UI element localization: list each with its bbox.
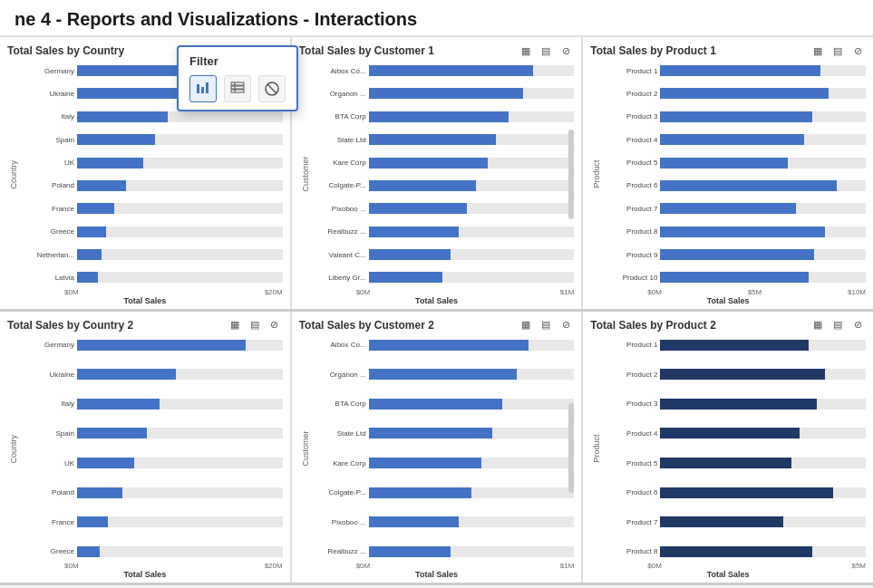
bar-container[interactable] (77, 487, 283, 498)
bar-container[interactable] (369, 428, 575, 439)
bar-container[interactable] (77, 134, 283, 145)
bar-container[interactable] (77, 111, 283, 122)
scrollbar-customer-2[interactable] (568, 403, 574, 493)
bar-container[interactable] (77, 458, 283, 468)
filter-icon-3[interactable]: ⊘ (849, 43, 866, 59)
bar-container[interactable] (660, 249, 866, 260)
bar-fill (369, 399, 502, 410)
bar-container[interactable] (660, 180, 866, 191)
bar-container[interactable] (369, 399, 575, 410)
bar-container[interactable] (77, 249, 283, 260)
bar-container[interactable] (660, 428, 866, 439)
filter-btn-bar[interactable] (189, 75, 217, 102)
bar-container[interactable] (77, 369, 283, 380)
bar-row: Kare Corp (312, 455, 575, 471)
table-icon-4[interactable]: ▤ (247, 317, 263, 333)
bar-container[interactable] (77, 180, 283, 191)
bar-container[interactable] (369, 458, 575, 468)
bar-container[interactable] (369, 134, 575, 145)
bar-label: Product 8 (603, 547, 657, 555)
bar-container[interactable] (369, 340, 575, 351)
bar-icon-2[interactable]: ▦ (518, 43, 534, 59)
bar-container[interactable] (369, 546, 575, 557)
bar-container[interactable] (660, 65, 866, 76)
bar-label: Product 7 (603, 205, 657, 213)
table-icon-3[interactable]: ▤ (829, 43, 846, 59)
bar-label: Latvia (20, 274, 74, 282)
bar-label: Germany (20, 341, 74, 349)
bar-row: Organon ... (312, 85, 575, 101)
scrollbar-customer-1[interactable] (568, 130, 574, 219)
filter-btn-clear[interactable] (258, 75, 286, 102)
bar-container[interactable] (77, 399, 283, 410)
chart-icons-3: ▦ ▤ ⊘ (810, 43, 866, 59)
filter-icon-5[interactable]: ⊘ (558, 317, 574, 333)
chart-area-customer-2: Customer Aibox Co...Organon ...BTA CorpS… (299, 337, 575, 580)
bar-container[interactable] (660, 399, 866, 410)
bar-container[interactable] (77, 272, 283, 283)
bar-container[interactable] (660, 340, 866, 351)
bar-container[interactable] (369, 111, 575, 122)
bar-container[interactable] (77, 546, 283, 557)
bar-container[interactable] (660, 516, 866, 527)
bar-container[interactable] (369, 88, 575, 99)
bar-container[interactable] (660, 227, 866, 237)
bar-fill (77, 88, 190, 99)
bar-container[interactable] (660, 272, 866, 283)
bar-container[interactable] (77, 158, 283, 169)
y-label-country-2: Country (7, 337, 20, 561)
bar-container[interactable] (77, 340, 283, 351)
bar-row: Colgate-P... (312, 485, 575, 501)
filter-icon-6[interactable]: ⊘ (849, 317, 866, 333)
bar-container[interactable] (77, 428, 283, 439)
bar-container[interactable] (660, 203, 866, 214)
x-axis-country-2: $0M $20M Total Sales (7, 560, 283, 579)
bar-label: Product 1 (603, 341, 657, 349)
chart-header-4: Total Sales by Country 2 ▦ ▤ ⊘ (7, 317, 283, 333)
bar-row: Product 4 (603, 131, 866, 148)
bar-container[interactable] (369, 203, 575, 214)
bar-container[interactable] (660, 111, 866, 122)
bar-container[interactable] (77, 516, 283, 527)
bar-row: Product 10 (603, 269, 866, 285)
bar-label: Product 4 (603, 136, 657, 144)
filter-btn-table[interactable] (224, 75, 251, 102)
bar-container[interactable] (369, 272, 575, 283)
bar-container[interactable] (369, 516, 575, 527)
filter-icon-4[interactable]: ⊘ (267, 317, 283, 333)
bar-container[interactable] (660, 546, 866, 557)
bars-country-2: GermanyUkraineItalySpainUKPolandFranceGr… (20, 337, 283, 561)
bar-row: Greece (20, 544, 283, 560)
bar-container[interactable] (369, 249, 575, 260)
bar-icon-5[interactable]: ▦ (518, 317, 534, 333)
bar-icon-6[interactable]: ▦ (810, 317, 826, 333)
table-icon-6[interactable]: ▤ (829, 317, 846, 333)
bar-label: Spain (20, 429, 74, 438)
bar-container[interactable] (369, 180, 575, 191)
bar-container[interactable] (369, 369, 575, 380)
filter-popup-title: Filter (189, 54, 286, 68)
bar-container[interactable] (660, 458, 866, 468)
filter-icon-2[interactable]: ⊘ (558, 43, 574, 59)
bar-container[interactable] (77, 203, 283, 214)
bar-container[interactable] (660, 487, 866, 498)
svg-rect-4 (231, 86, 244, 89)
bar-icon-3[interactable]: ▦ (810, 43, 826, 59)
bar-container[interactable] (660, 88, 866, 99)
bar-container[interactable] (369, 158, 575, 169)
bars-product-1: Product 1Product 2Product 3Product 4Prod… (603, 63, 866, 286)
bar-container[interactable] (369, 65, 575, 76)
table-icon-2[interactable]: ▤ (538, 43, 554, 59)
bar-label: UK (20, 159, 74, 167)
bar-container[interactable] (77, 227, 283, 237)
bar-label: Greece (20, 547, 74, 555)
bar-container[interactable] (660, 369, 866, 380)
x-axis-country-1: $0M $20M Total Sales (7, 286, 283, 305)
table-icon-5[interactable]: ▤ (538, 317, 554, 333)
bar-container[interactable] (660, 158, 866, 169)
bar-icon-4[interactable]: ▦ (227, 317, 243, 333)
bar-fill (369, 369, 517, 380)
bar-container[interactable] (369, 487, 575, 498)
bar-container[interactable] (660, 134, 866, 145)
bar-container[interactable] (369, 227, 575, 237)
